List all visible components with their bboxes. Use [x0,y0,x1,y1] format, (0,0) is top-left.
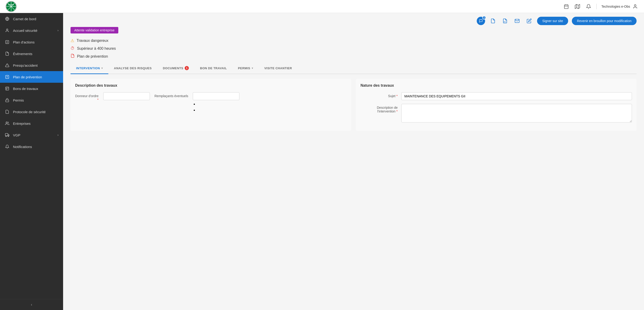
app-body: Carnet de bord Accueil sécurité › Plan d… [0,13,644,310]
bayer-logo: BAYER [6,1,17,12]
document-icon-btn[interactable] [489,17,497,25]
description-row: Description de l'intervention * [360,104,632,122]
sidebar-item-bons-travaux[interactable]: Bons de travaux [0,83,63,94]
donneur-input[interactable] [103,92,150,100]
svg-point-13 [634,5,636,6]
warning-icon: ⚠ [70,38,74,43]
sidebar-item-plan-prevention[interactable]: Plan de prévention [0,71,63,83]
notifications-icon [5,144,10,149]
alert-travaux-label: Travaux dangereux [76,39,108,43]
alert-list: ⚠ Travaux dangereux ⏱ Supérieur à 400 he… [70,38,636,59]
pdf-alert-icon [70,54,75,59]
tab-badge-documents: 1 [185,66,189,70]
sidebar-item-presquaccident[interactable]: Presqu'accident [0,60,63,71]
tab-label-analyse-risques: ANALYSE DES RISQUES [114,66,152,70]
tab-visite-chantier[interactable]: VISITE CHANTIER [259,63,298,74]
accueil-icon [5,28,10,33]
tab-bon-travail[interactable]: BON DE TRAVAIL [194,63,232,74]
map-icon[interactable] [574,3,581,10]
action-bar: 0 PDF Signer sur site Revenir en brouill… [63,13,644,27]
svg-rect-6 [564,5,568,8]
sidebar-item-notifications[interactable]: Notifications [0,141,63,152]
sidebar-item-accueil[interactable]: Accueil sécurité › [0,25,63,36]
description-travaux-section: Description des travaux Donneur d'ordre … [70,79,351,131]
main-content: 0 PDF Signer sur site Revenir en brouill… [63,13,644,310]
sidebar-item-vgp[interactable]: VGP › [0,129,63,141]
divider [596,4,597,9]
sidebar-item-entreprises[interactable]: Entreprises [0,118,63,129]
nature-travaux-section: Nature des travaux Sujet * Description d… [356,79,636,131]
sidebar-collapse-button[interactable]: ‹ [0,299,63,310]
remplacants-label: Remplaçants éventuels [154,92,188,98]
vgp-icon [5,132,10,137]
sidebar-label-plan-actions: Plan d'actions [13,40,58,44]
sidebar-label-carnet: Carnet de bord [13,17,58,21]
sidebar-item-permis[interactable]: Permis [0,94,63,106]
chat-button[interactable]: 0 [477,17,485,25]
sidebar-item-plan-actions[interactable]: Plan d'actions [0,36,63,48]
evenements-icon [5,51,10,56]
user-icon[interactable] [632,3,638,10]
chevron-icon: › [58,133,58,137]
svg-rect-26 [6,87,9,90]
sidebar-item-evenements[interactable]: Évènements [0,48,63,60]
signer-sur-site-button[interactable]: Signer sur site [537,17,568,25]
clock-icon: ⏱ [70,46,75,51]
sujet-row: Sujet * [360,92,632,100]
pdf-icon-btn[interactable]: PDF [501,17,509,25]
description-textarea[interactable] [401,104,632,122]
svg-marker-30 [8,134,9,136]
remplacants-list [193,102,198,114]
topbar-right: Technologies e-Obs [563,3,638,10]
sujet-required: * [396,94,398,98]
remplacants-input[interactable] [193,92,240,100]
tab-chevron-intervention: ▾ [102,67,103,70]
description-section-title: Description des travaux [75,83,346,88]
tab-analyse-risques[interactable]: ANALYSE DES RISQUES [108,63,157,74]
sidebar-label-plan-prevention: Plan de prévention [13,75,58,79]
tab-intervention[interactable]: INTERVENTION▾ [70,63,108,74]
tabs-bar: INTERVENTION▾ANALYSE DES RISQUESDOCUMENT… [70,63,636,74]
tab-chevron-permis: ▾ [252,67,253,70]
sidebar-label-presquaccident: Presqu'accident [13,63,58,67]
tab-label-permis: PERMIS [238,66,250,70]
carnet-icon [5,16,10,21]
sidebar-label-accueil: Accueil sécurité [13,29,54,33]
chevron-left-icon: ‹ [31,302,32,307]
alert-plan-label: Plan de prévention [77,54,108,59]
sidebar-label-protocole: Protocole de sécurité [13,110,58,114]
sidebar-item-carnet[interactable]: Carnet de bord [0,13,63,25]
tab-documents[interactable]: DOCUMENTS1 [157,63,194,74]
calendar-icon[interactable] [563,3,570,10]
tab-permis[interactable]: PERMIS▾ [232,63,259,74]
bell-icon[interactable] [585,3,592,10]
permis-icon [5,98,10,103]
svg-point-16 [6,29,8,30]
presquaccident-icon [5,63,10,68]
sidebar-item-protocole[interactable]: Protocole de sécurité [0,106,63,118]
revenir-brouillon-button[interactable]: Revenir en brouillon pour modification [572,17,636,25]
svg-rect-29 [5,133,8,136]
svg-text:PDF: PDF [504,21,506,23]
svg-point-28 [6,122,8,123]
svg-rect-27 [6,100,9,102]
entreprises-icon [5,121,10,126]
tab-label-bon-travail: BON DE TRAVAIL [200,66,227,70]
plan-prevention-icon [5,74,10,79]
sidebar-label-permis: Permis [13,98,58,102]
donneur-row: Donneur d'ordre * Remplaçants éventuels [75,92,346,114]
tab-label-visite-chantier: VISITE CHANTIER [264,66,292,70]
svg-point-32 [8,136,9,137]
edit-icon-btn[interactable] [525,17,533,25]
action-icons-group: 0 PDF [477,17,533,25]
email-icon-btn[interactable] [513,17,521,25]
svg-marker-10 [575,4,580,8]
sidebar-label-notifications: Notifications [13,145,58,149]
description-label: Description de l'intervention * [360,104,398,113]
sidebar-label-evenements: Évènements [13,52,58,56]
protocole-icon [5,109,10,114]
sidebar-label-vgp: VGP [13,133,54,137]
donneur-required: * [97,98,98,102]
sujet-input[interactable] [401,92,632,100]
status-badge: Attente validation entreprise [70,27,118,34]
